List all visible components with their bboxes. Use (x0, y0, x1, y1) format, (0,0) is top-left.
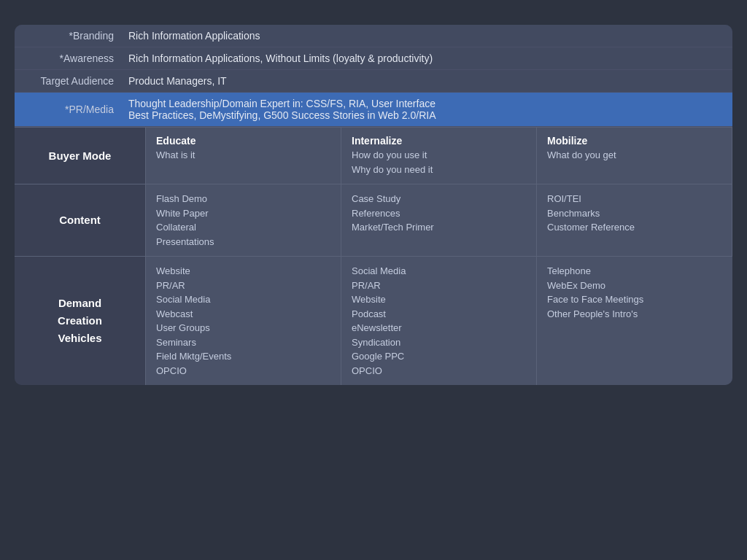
info-value-3: Thought Leadership/Domain Expert in: CSS… (128, 98, 436, 121)
cell-content-2-0: Website PR/AR Social Media Webcast User … (156, 264, 330, 378)
grid-cell-0-0: EducateWhat is it (146, 127, 341, 184)
cell-title-0-2: Mobilize (547, 135, 721, 147)
framework-container: *BrandingRich Information Applications*A… (15, 25, 732, 385)
cell-content-2-1: Social Media PR/AR Website Podcast eNews… (352, 264, 526, 378)
main-grid: Buyer ModeEducateWhat is itInternalizeHo… (15, 127, 732, 385)
grid-cell-1-1: Case Study References Market/Tech Primer (341, 184, 537, 256)
grid-cell-2-2: Telephone WebEx Demo Face to Face Meetin… (537, 256, 732, 385)
cell-content-1-0: Flash Demo White Paper Collateral Presen… (156, 192, 330, 249)
grid-cell-0-1: InternalizeHow do you use it Why do you … (341, 127, 537, 184)
info-row-1: *AwarenessRich Information Applications,… (15, 47, 732, 70)
info-row-0: *BrandingRich Information Applications (15, 25, 732, 47)
info-label-3: *PR/Media (26, 104, 128, 115)
row-label-2: Demand Creation Vehicles (15, 256, 146, 385)
cell-sub-0-0: What is it (156, 148, 330, 163)
grid-cell-2-0: Website PR/AR Social Media Webcast User … (146, 256, 341, 385)
info-value-0: Rich Information Applications (128, 30, 260, 42)
info-rows: *BrandingRich Information Applications*A… (15, 25, 732, 127)
info-value-2: Product Managers, IT (128, 75, 227, 87)
info-row-3: *PR/MediaThought Leadership/Domain Exper… (15, 93, 732, 127)
cell-title-0-0: Educate (156, 135, 330, 147)
grid-cell-1-0: Flash Demo White Paper Collateral Presen… (146, 184, 341, 256)
grid-cell-1-2: ROI/TEI Benchmarks Customer Reference (537, 184, 732, 256)
info-label-1: *Awareness (26, 52, 128, 64)
info-label-0: *Branding (26, 30, 128, 42)
info-value-1: Rich Information Applications, Without L… (128, 52, 433, 64)
row-label-0: Buyer Mode (15, 127, 146, 184)
cell-title-0-1: Internalize (352, 135, 526, 147)
cell-sub-0-2: What do you get (547, 148, 721, 163)
info-row-2: Target AudienceProduct Managers, IT (15, 70, 732, 93)
cell-content-1-2: ROI/TEI Benchmarks Customer Reference (547, 192, 721, 235)
cell-sub-0-1: How do you use it Why do you need it (352, 148, 526, 176)
row-label-1: Content (15, 184, 146, 256)
info-label-2: Target Audience (26, 75, 128, 87)
grid-cell-0-2: MobilizeWhat do you get (537, 127, 732, 184)
grid-cell-2-1: Social Media PR/AR Website Podcast eNews… (341, 256, 537, 385)
cell-content-2-2: Telephone WebEx Demo Face to Face Meetin… (547, 264, 722, 321)
cell-content-1-1: Case Study References Market/Tech Primer (352, 192, 526, 235)
